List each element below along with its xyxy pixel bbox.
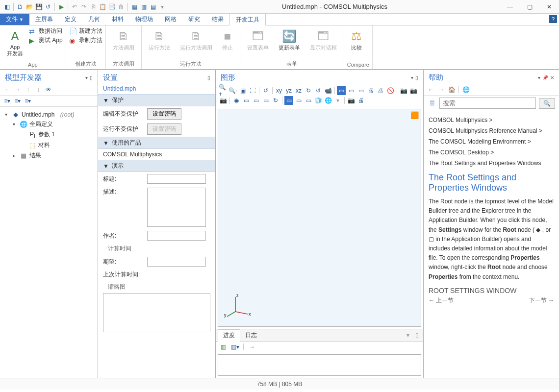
section-products[interactable]: ▼使用的产品 — [98, 137, 215, 149]
undo-icon[interactable]: ↺ — [44, 3, 52, 11]
tab-phys[interactable]: 物理场 — [129, 14, 159, 25]
panel-close-icon[interactable]: ✕ — [550, 75, 554, 80]
tree-opts-icon[interactable]: ≡▾ — [24, 97, 32, 105]
graphics-canvas[interactable]: 🟧 x y z — [218, 109, 421, 327]
open-icon[interactable]: 📂 — [25, 3, 33, 11]
data-access-button[interactable]: ⇄数据访问 — [29, 26, 63, 36]
help-home-icon[interactable]: 🏠 — [447, 85, 456, 94]
help-icon-button[interactable]: ? — [549, 15, 557, 23]
snap3-icon[interactable]: 📷 — [219, 96, 228, 105]
zoom-box-icon[interactable]: ▣ — [238, 86, 247, 95]
breadcrumb[interactable]: The COMSOL Modeling Environment > — [429, 136, 554, 147]
expect-input[interactable] — [147, 257, 206, 267]
light1-icon[interactable]: ◉ — [232, 96, 241, 105]
tree-root[interactable]: ▾◆Untitled.mph (root) — [2, 110, 96, 119]
sel-none-icon[interactable]: ▭ — [347, 86, 356, 95]
new-method-button[interactable]: 📄新建方法 — [69, 26, 102, 36]
run-method-call-button[interactable]: 🗎运行方法调用 — [176, 26, 216, 53]
update-form-button[interactable]: 🔄更新表单 — [275, 26, 304, 53]
table-icon[interactable]: ▦ — [130, 3, 138, 11]
cube-icon[interactable]: 🧊 — [314, 96, 323, 105]
help-back-icon[interactable]: ← — [427, 85, 435, 94]
help-search-button[interactable]: 🔍 — [539, 98, 555, 109]
yz-icon[interactable]: yz — [284, 86, 293, 95]
breadcrumb[interactable]: The Root Settings and Properties Windows — [429, 158, 554, 169]
up-icon[interactable]: ↑ — [24, 85, 32, 94]
run-method-button[interactable]: 🗎运行方法 — [145, 26, 174, 53]
photo-icon[interactable]: 📷 — [347, 96, 356, 105]
tab-geom[interactable]: 几何 — [82, 14, 106, 25]
xz-icon[interactable]: xz — [294, 86, 303, 95]
tree-params[interactable]: Pi参数 1 — [2, 129, 96, 140]
xy-icon[interactable]: xy — [275, 86, 283, 95]
table3-icon[interactable]: ▤ — [149, 3, 157, 11]
help-fwd-icon[interactable]: → — [437, 85, 446, 94]
light4-icon[interactable]: ▭ — [261, 96, 270, 105]
help-next-link[interactable]: 下一节 → — [529, 296, 554, 305]
print3-icon[interactable]: 🖨 — [356, 96, 365, 105]
minimize-button[interactable]: — — [500, 0, 520, 14]
undo2-icon[interactable]: ↶ — [71, 3, 78, 11]
panel-pin-icon[interactable]: 📌 — [542, 75, 548, 80]
tree-materials[interactable]: ⬚材料 — [2, 140, 96, 150]
fwd-icon[interactable]: → — [13, 85, 22, 94]
tab-devtools[interactable]: 开发工具 — [229, 14, 266, 25]
prog3-icon[interactable]: → — [248, 343, 256, 351]
tree-global[interactable]: ▾🌐全局定义 — [2, 119, 96, 129]
tree-results[interactable]: ▸▦结果 — [2, 150, 96, 161]
tab-mat[interactable]: 材料 — [106, 14, 129, 25]
tab-home[interactable]: 主屏幕 — [29, 14, 59, 25]
zoom-extents-icon[interactable]: ⛶ — [248, 86, 257, 95]
run-icon[interactable]: ▶ — [57, 3, 65, 11]
help-web-icon[interactable]: 🌐 — [461, 85, 470, 94]
breadcrumb[interactable]: The COMSOL Desktop > — [429, 147, 554, 158]
section-protect[interactable]: ▼保护 — [98, 94, 215, 106]
prog2-icon[interactable]: ▥▾ — [230, 343, 239, 351]
collapse-icon[interactable]: ≡▾ — [3, 97, 12, 105]
help-search-input[interactable] — [439, 98, 536, 109]
panel-pin-icon[interactable]: ▯ — [412, 331, 421, 340]
prog1-icon[interactable]: ▥ — [219, 343, 228, 351]
tab-mesh[interactable]: 网格 — [159, 14, 182, 25]
paste-icon[interactable]: 📋 — [99, 3, 106, 11]
show-dialog-button[interactable]: 🗔显示对话框 — [306, 26, 341, 53]
tab-progress[interactable]: 进度 — [218, 329, 240, 342]
dd-icon[interactable]: ▾ — [333, 96, 342, 105]
maximize-button[interactable]: ▢ — [520, 0, 539, 14]
set-password-run-button[interactable]: 设置密码 — [147, 123, 181, 135]
tab-def[interactable]: 定义 — [59, 14, 82, 25]
help-menu-icon[interactable]: ☰ — [428, 99, 436, 108]
paste2-icon[interactable]: 📑 — [108, 3, 116, 11]
file-tab[interactable]: 文件▼ — [0, 14, 29, 25]
record-method-button[interactable]: ◉录制方法 — [69, 36, 102, 45]
settings-form-button[interactable]: 🗔设置表单 — [243, 26, 273, 53]
description-input[interactable] — [147, 188, 206, 227]
mode1-icon[interactable]: ▭ — [284, 96, 293, 105]
panel-menu-icon[interactable]: ▾ — [85, 75, 88, 80]
breadcrumb[interactable]: COMSOL Multiphysics Reference Manual > — [429, 125, 554, 136]
rotate-icon[interactable]: ↺ — [261, 86, 270, 95]
snap2-icon[interactable]: 📷 — [409, 86, 418, 95]
globe-icon[interactable]: 🌐 — [324, 96, 332, 105]
expand-icon[interactable]: ≡▾ — [13, 97, 22, 105]
mode3-icon[interactable]: ▭ — [304, 96, 313, 105]
app-builder-button[interactable]: A App 开发器 — [3, 26, 27, 59]
panel-menu-icon[interactable]: ▾ — [538, 75, 540, 80]
save-icon[interactable]: 💾 — [35, 3, 43, 11]
title-input[interactable] — [147, 174, 206, 184]
redo2-icon[interactable]: ↷ — [80, 3, 88, 11]
snap1-icon[interactable]: 📷 — [399, 86, 408, 95]
camera-icon[interactable]: 📹 — [324, 86, 332, 95]
eye-icon[interactable]: 👁 — [44, 85, 53, 94]
down-icon[interactable]: ↓ — [34, 85, 43, 94]
author-input[interactable] — [147, 231, 206, 241]
sel-all-icon[interactable]: ▭ — [337, 86, 346, 95]
new-icon[interactable]: 🗋 — [16, 3, 24, 11]
panel-pin-icon[interactable]: ▯ — [90, 75, 93, 80]
help-prev-link[interactable]: ← 上一节 — [429, 296, 454, 305]
tab-study[interactable]: 研究 — [182, 14, 206, 25]
test-app-button[interactable]: ▶测试 App — [29, 36, 63, 45]
delete-icon[interactable]: 🗑 — [117, 3, 125, 11]
light3-icon[interactable]: ▭ — [252, 96, 260, 105]
refresh-icon[interactable]: ↻ — [271, 96, 280, 105]
